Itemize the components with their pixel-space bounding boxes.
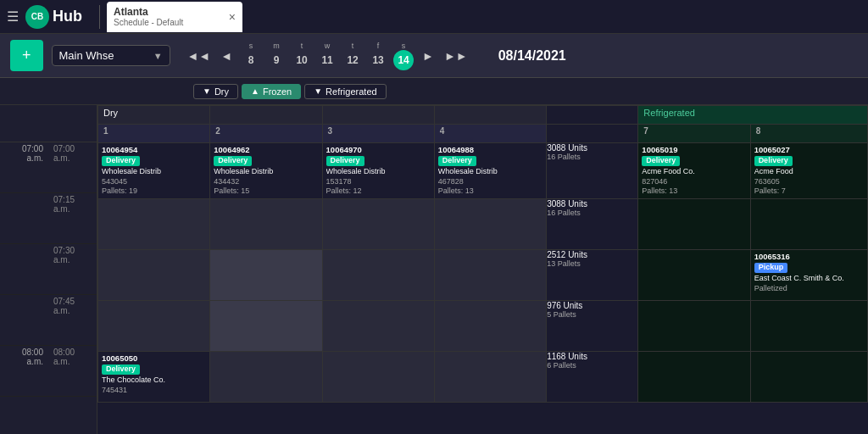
col-8-header: 8: [750, 125, 867, 143]
cell-col7-row3: [638, 250, 750, 301]
cell-col7-row2: [638, 199, 750, 250]
cell-col4-row2: [434, 199, 546, 250]
frozen-arrow-icon: ▲: [251, 86, 259, 96]
search-tab[interactable]: Atlanta Schedule - Default ×: [107, 2, 242, 32]
cell-col3-row2: [322, 199, 434, 250]
cell-col1-row5[interactable]: 10065050 Delivery The Chocolate Co. 7454…: [98, 352, 210, 403]
col-2-header: 2: [210, 125, 322, 143]
tab-title: Atlanta: [114, 6, 222, 18]
hub-label: Hub: [53, 8, 82, 25]
grid-area: Dry Refrigerated 1 2 3 4 7 8: [97, 105, 868, 434]
schedule-table: Dry Refrigerated 1 2 3 4 7 8: [97, 105, 868, 403]
column-sub-header: 1 2 3 4 7 8: [98, 125, 868, 143]
cell-col2-row5: [210, 352, 322, 403]
time-cell-730: 07:30 a.m.: [0, 244, 97, 295]
filter-frozen[interactable]: ▲ Frozen: [242, 84, 301, 99]
cell-units-row1: 3088 Units 16 Pallets: [547, 143, 638, 199]
cell-col4-row4: [434, 301, 546, 352]
table-row: 3088 Units 16 Pallets: [98, 199, 868, 250]
nav-next-button[interactable]: ►: [419, 47, 437, 64]
cell-col8-row4: [750, 301, 867, 352]
nav-first-button[interactable]: ◄◄: [184, 47, 214, 64]
col-units-header: [547, 125, 638, 143]
event-10064962: 10064962 Delivery Wholesale Distrib 4344…: [210, 143, 321, 198]
date-display: 08/14/2021: [498, 48, 566, 64]
cell-col2-row2: [210, 199, 322, 250]
frozen-label: Frozen: [263, 86, 292, 97]
nav-prev-button[interactable]: ◄: [217, 47, 236, 64]
time-cell-800: 08:00 a.m. 08:00 a.m.: [0, 346, 97, 397]
col-4-header: 4: [434, 125, 546, 143]
cell-col3-row5: [322, 352, 434, 403]
dropdown-arrow-icon: ▼: [153, 51, 163, 61]
nav-last-button[interactable]: ►►: [441, 47, 471, 64]
warehouse-name: Main Whse: [59, 49, 150, 62]
hamburger-icon[interactable]: ☰: [7, 8, 19, 25]
cell-col1-row4: [98, 301, 210, 352]
event-10065019: 10065019 Delivery Acme Food Co. 827046 P…: [638, 143, 749, 198]
day-labels: s 8 m 9 t 10 w 11 t 12 f 13: [239, 42, 415, 70]
refrig-arrow-icon: ▼: [314, 86, 322, 96]
cell-col3-row3: [322, 250, 434, 301]
cell-col1-row1[interactable]: 10064954 Delivery Wholesale Distrib 5430…: [98, 143, 210, 199]
col-1-header: 1: [98, 125, 210, 143]
cell-col2-row1[interactable]: 10064962 Delivery Wholesale Distrib 4344…: [210, 143, 322, 199]
col-7-header: 7: [638, 125, 750, 143]
cell-col7-row4: [638, 301, 750, 352]
cell-col7-row1[interactable]: 10065019 Delivery Acme Food Co. 827046 P…: [638, 143, 750, 199]
col-3-header: 3: [322, 125, 434, 143]
table-row: 2512 Units 13 Pallets 10065316 Pickup Ea…: [98, 250, 868, 301]
day-14[interactable]: s 14: [392, 42, 415, 70]
event-10065027: 10065027 Delivery Acme Food 763605 Palle…: [751, 143, 867, 198]
tab-close-button[interactable]: ×: [229, 10, 236, 24]
dry-col4-header: [434, 106, 546, 125]
tab-content: Atlanta Schedule - Default: [114, 6, 222, 27]
add-button[interactable]: +: [10, 40, 43, 71]
cell-col7-row5: [638, 352, 750, 403]
cell-col8-row3[interactable]: 10065316 Pickup East Coast C. Smith & Co…: [750, 250, 867, 301]
filter-refrigerated[interactable]: ▼ Refrigerated: [304, 84, 386, 99]
warehouse-select[interactable]: Main Whse ▼: [52, 45, 170, 66]
refrigerated-group-header: Refrigerated: [638, 106, 868, 125]
cell-col2-row3: [210, 250, 322, 301]
day-9[interactable]: m 9: [264, 42, 288, 70]
cell-col3-row1[interactable]: 10064970 Delivery Wholesale Distrib 1531…: [322, 143, 434, 199]
cell-col2-row4: [210, 301, 322, 352]
cell-units-row2: 3088 Units 16 Pallets: [547, 199, 638, 250]
day-11[interactable]: w 11: [315, 42, 339, 70]
units-spacer: [547, 106, 638, 125]
schedule-container: 07:00 a.m. 07:00 a.m. 07:15 a.m. 07:30 a…: [0, 105, 868, 434]
event-10065050: 10065050 Delivery The Chocolate Co. 7454…: [98, 352, 209, 402]
cell-col3-row4: [322, 301, 434, 352]
time-column: 07:00 a.m. 07:00 a.m. 07:15 a.m. 07:30 a…: [0, 105, 97, 434]
day-13[interactable]: f 13: [366, 42, 390, 70]
tab-subtitle: Schedule - Default: [114, 18, 222, 27]
cell-col8-row5: [750, 352, 867, 403]
cell-units-row5: 1168 Units 6 Pallets: [547, 352, 638, 403]
table-row: 10064954 Delivery Wholesale Distrib 5430…: [98, 143, 868, 199]
event-10064970: 10064970 Delivery Wholesale Distrib 1531…: [323, 143, 434, 198]
time-header: [0, 105, 97, 142]
event-10064954: 10064954 Delivery Wholesale Distrib 5430…: [98, 143, 209, 198]
cell-col4-row1[interactable]: 10064988 Delivery Wholesale Distrib 4678…: [434, 143, 546, 199]
time-cell-745: 07:45 a.m.: [0, 295, 97, 346]
logo-icon: CB: [25, 5, 49, 29]
cell-col8-row2: [750, 199, 867, 250]
filter-dry[interactable]: ▼ Dry: [193, 84, 238, 99]
dry-col3-header: [322, 106, 434, 125]
time-cell-715: 07:15 a.m.: [0, 193, 97, 244]
table-row: 976 Units 5 Pallets: [98, 301, 868, 352]
dry-group-header: Dry: [98, 106, 210, 125]
day-8[interactable]: s 8: [239, 42, 263, 70]
dry-arrow-icon: ▼: [203, 86, 211, 96]
nav-controls: ◄◄ ◄ s 8 m 9 t 10 w 11 t 12: [184, 42, 471, 70]
cell-units-row4: 976 Units 5 Pallets: [547, 301, 638, 352]
day-12[interactable]: t 12: [341, 42, 364, 70]
day-10[interactable]: t 10: [290, 42, 314, 70]
logo-area: CB Hub: [25, 5, 86, 29]
event-10064988: 10064988 Delivery Wholesale Distrib 4678…: [435, 143, 546, 198]
cell-units-row3: 2512 Units 13 Pallets: [547, 250, 638, 301]
cell-col4-row3: [434, 250, 546, 301]
cell-col8-row1[interactable]: 10065027 Delivery Acme Food 763605 Palle…: [750, 143, 867, 199]
divider: [99, 5, 100, 29]
